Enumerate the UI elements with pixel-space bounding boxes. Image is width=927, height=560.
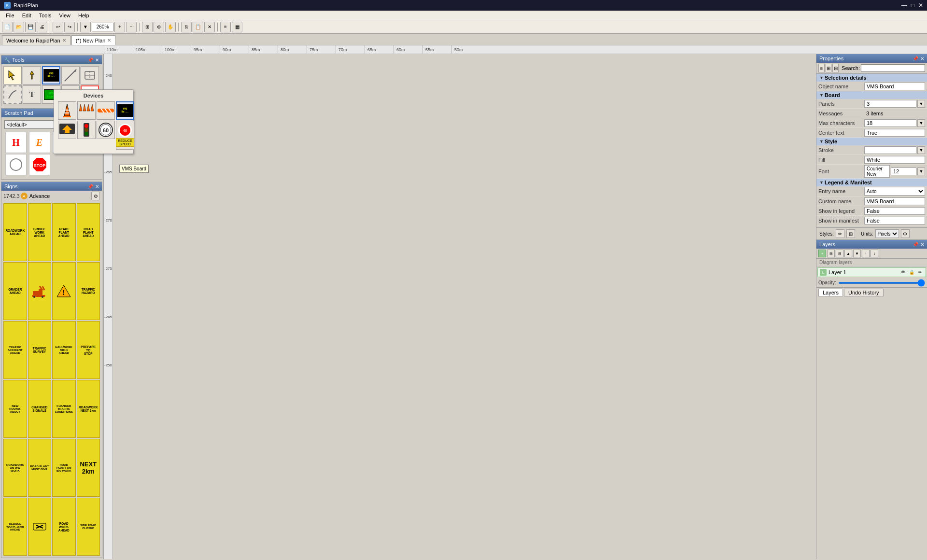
save-button[interactable]: 💾 <box>25 22 36 32</box>
minimize-button[interactable]: — <box>901 2 907 9</box>
styles-edit-btn[interactable]: ✏ <box>836 229 844 238</box>
layer-btn-2[interactable]: ⊞ <box>827 250 835 257</box>
sign-bridgework-ahead[interactable]: BRIDGEWORKAHEAD <box>28 203 52 261</box>
prop-close[interactable]: ✕ <box>920 56 924 61</box>
board-section-header[interactable]: ▼ Board <box>816 91 927 99</box>
scratch-icon-h-red[interactable]: H <box>5 132 27 153</box>
style-section-header[interactable]: ▼ Style <box>816 138 927 145</box>
menu-file[interactable]: File <box>2 12 18 19</box>
layer-lock-btn[interactable]: 🔒 <box>908 269 915 276</box>
layer-btn-3[interactable]: ⊟ <box>836 250 843 257</box>
legend-section-header[interactable]: ▼ Legend & Manifest <box>816 179 927 186</box>
units-settings-btn[interactable]: ⚙ <box>901 229 910 238</box>
styles-copy-btn[interactable]: ⊞ <box>846 229 855 238</box>
group-btn[interactable]: ▦ <box>232 22 242 32</box>
units-select[interactable]: Pixels <box>875 229 899 238</box>
menu-view[interactable]: View <box>55 12 74 19</box>
layers-pin[interactable]: 📌 <box>913 242 918 247</box>
print-button[interactable]: 🖨 <box>37 22 47 32</box>
sign-new-roundabout[interactable]: NEWROUND-ABOUT <box>3 380 27 438</box>
sign-traffic-accident-ahead[interactable]: TRAFFICACCIDENTAHEAD <box>3 321 27 379</box>
prop-stroke-btn[interactable]: ▼ <box>917 146 925 154</box>
device-barriers[interactable] <box>97 101 115 120</box>
sign-traffic-hazard-icon[interactable]: ! <box>52 262 76 320</box>
sign-road-plant-ahead2[interactable]: ROAD PLANTAHEAD <box>77 203 100 261</box>
paste-btn[interactable]: 📋 <box>193 22 203 32</box>
scratch-icon-e-orange[interactable]: E <box>29 132 50 153</box>
sign-traffic-survey[interactable]: TRAFFICSURVEY <box>28 321 52 379</box>
zoom-input[interactable]: 260% <box>92 23 113 31</box>
layer-btn-7[interactable]: ↓ <box>871 250 878 257</box>
align-btn[interactable]: ≡ <box>220 22 231 32</box>
sign-haulwork[interactable]: HAULWORK500 mAHEAD <box>52 321 76 379</box>
zoom-minus-btn[interactable]: − <box>126 22 137 32</box>
device-vms-board[interactable]: VMSBo... <box>116 101 134 120</box>
close-button[interactable]: ✕ <box>918 2 923 9</box>
signs-panel-pin[interactable]: 📌 <box>87 184 93 189</box>
zoom-dropdown[interactable]: ▼ <box>80 22 91 32</box>
sign-road-plant-ahead[interactable]: ROADPLANTAHEAD <box>52 203 76 261</box>
signs-settings-btn[interactable]: ⚙ <box>91 192 100 200</box>
sign-road-plant-on[interactable]: ROADPLANT ON500 WORK <box>52 439 76 497</box>
menu-help[interactable]: Help <box>74 12 93 19</box>
prop-pin[interactable]: 📌 <box>913 56 918 61</box>
device-variable-speed[interactable]: 60 <box>97 121 115 139</box>
menu-edit[interactable]: Edit <box>18 12 35 19</box>
sign-changed-signals[interactable]: CHANGEDSIGNALS <box>28 380 52 438</box>
tool-arrow[interactable] <box>23 66 41 84</box>
sign-road-plant-must[interactable]: ROAD PLANTMUST GIVE <box>28 439 52 497</box>
sign-excavator[interactable] <box>28 262 52 320</box>
layer-1-row[interactable]: L Layer 1 👁 🔒 ✏ <box>817 267 926 277</box>
select-btn[interactable]: ⊕ <box>154 22 164 32</box>
prop-stroke-swatch[interactable] <box>864 146 916 154</box>
copy-btn[interactable]: ⎘ <box>181 22 192 32</box>
device-reduce-speed[interactable]: 40 REDUCESPEED <box>116 121 134 150</box>
tab-new-plan[interactable]: (*) New Plan ✕ <box>71 35 116 45</box>
layers-close[interactable]: ✕ <box>920 242 924 247</box>
sign-road-work-ahead[interactable]: ROADWORKAHEAD <box>52 498 76 556</box>
sign-traffic-hazard[interactable]: TRAFFICHAZARD <box>77 262 100 320</box>
tool-line1[interactable] <box>61 66 80 84</box>
prop-max-chars-btn[interactable]: ▼ <box>917 119 925 127</box>
layers-tab[interactable]: Layers <box>818 289 843 296</box>
device-arrow-board[interactable] <box>58 121 76 139</box>
sign-next-2km[interactable]: NEXT2km <box>77 439 100 497</box>
tool-vms[interactable]: VMSBo... <box>42 66 60 84</box>
layer-edit-btn[interactable]: ✏ <box>917 269 924 276</box>
tool-pen[interactable] <box>3 85 22 104</box>
tool-text[interactable]: T <box>23 85 41 104</box>
menu-tools[interactable]: Tools <box>35 12 56 19</box>
tools-panel-close[interactable]: ✕ <box>95 57 99 63</box>
tab-new-plan-close[interactable]: ✕ <box>107 38 111 43</box>
opacity-slider[interactable] <box>838 282 925 284</box>
new-button[interactable]: 📄 <box>2 22 13 32</box>
sign-roadwork-on-ww[interactable]: ROADWORKON WWWORK <box>3 439 27 497</box>
layer-visibility-btn[interactable]: 👁 <box>899 269 906 276</box>
layer-add-btn[interactable]: + <box>818 250 826 257</box>
signs-panel-close[interactable]: ✕ <box>95 184 99 189</box>
layer-btn-6[interactable]: ↑ <box>862 250 870 257</box>
layer-btn-4[interactable]: ▲ <box>844 250 852 257</box>
sign-road-work-icon[interactable] <box>28 498 52 556</box>
maximize-button[interactable]: □ <box>911 2 914 9</box>
layer-btn-5[interactable]: ▼ <box>853 250 861 257</box>
tool-lane[interactable] <box>81 66 99 84</box>
selection-details-header[interactable]: ▼ Selection details <box>816 74 927 82</box>
sign-side-road-closed[interactable]: SIDE ROADCLOSED <box>77 498 100 556</box>
prop-btn-3[interactable]: ⊟ <box>832 64 839 72</box>
pan-btn[interactable]: ✋ <box>165 22 176 32</box>
delete-btn[interactable]: ✕ <box>204 22 215 32</box>
scratch-icon-stop[interactable]: STOP <box>29 154 50 175</box>
prop-entry-name-select[interactable]: Auto <box>864 187 925 196</box>
tool-select[interactable] <box>3 66 22 84</box>
prop-font-btn[interactable]: ▼ <box>917 168 925 175</box>
tab-welcome[interactable]: Welcome to RapidPlan ✕ <box>2 35 70 45</box>
sign-roadwork-next[interactable]: ROADWORKNEXT 2km <box>77 380 100 438</box>
prop-btn-2[interactable]: ⊞ <box>826 64 832 72</box>
device-cones[interactable] <box>58 101 76 120</box>
sign-changed-traffic[interactable]: CHANGEDTRAFFICCONDITIONS <box>52 380 76 438</box>
scratch-icon-circle[interactable] <box>5 154 27 175</box>
device-cones-row[interactable] <box>77 101 96 120</box>
fit-btn[interactable]: ⊞ <box>142 22 153 32</box>
sign-prepare-to-stop[interactable]: PREPARETOSTOP <box>77 321 100 379</box>
